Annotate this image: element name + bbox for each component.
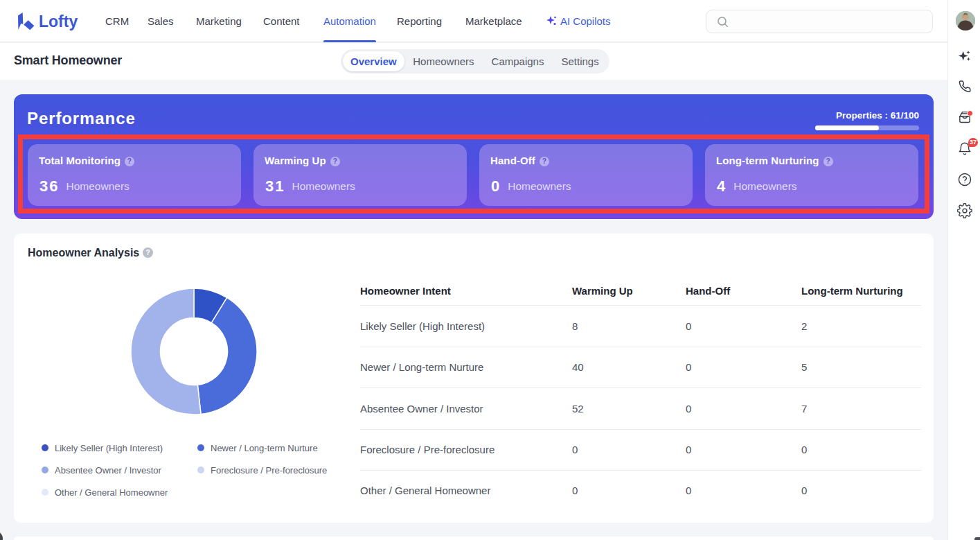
- svg-text:Lofty: Lofty: [39, 12, 78, 31]
